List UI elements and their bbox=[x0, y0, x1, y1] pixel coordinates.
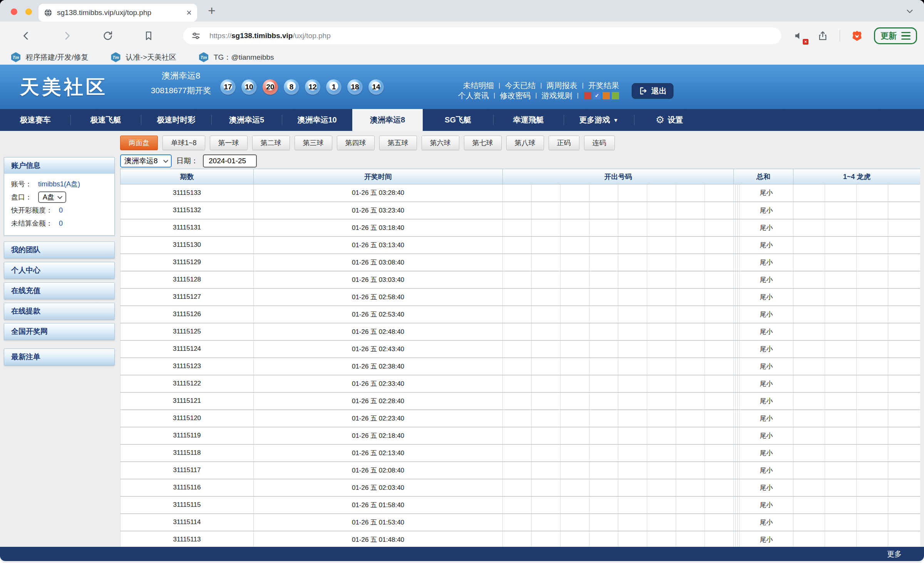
header-link-修改密码[interactable]: 修改密码 bbox=[500, 90, 531, 101]
subnav-tab-第三球[interactable]: 第三球 bbox=[295, 136, 332, 150]
issue-cell: 31115129 bbox=[121, 254, 254, 271]
number-cell bbox=[561, 184, 589, 202]
number-cell bbox=[532, 514, 561, 531]
number-cell bbox=[532, 306, 561, 323]
header-link-个人资讯[interactable]: 个人资讯 bbox=[458, 90, 489, 101]
subnav-tab-两面盘[interactable]: 两面盘 bbox=[120, 136, 158, 150]
subnav-tab-第四球[interactable]: 第四球 bbox=[337, 136, 375, 150]
number-cell bbox=[618, 462, 647, 479]
dragon-tiger-cell bbox=[857, 306, 888, 323]
number-cell bbox=[561, 531, 589, 548]
minimize-window-button[interactable] bbox=[25, 8, 32, 15]
game-select[interactable]: 澳洲幸运8 bbox=[120, 154, 172, 168]
browser-tab[interactable]: sg138.timibbs.vip/uxj/top.php × bbox=[38, 4, 197, 22]
sidebar: 账户信息 账号： timibbs1(A盘) 盘口： A盘 快开彩额 bbox=[4, 157, 115, 369]
sum-tail-cell: 尾小 bbox=[740, 444, 793, 462]
subnav-tab-第六球[interactable]: 第六球 bbox=[422, 136, 459, 150]
number-cell bbox=[561, 514, 589, 531]
bookmark-item-2[interactable]: Tm认准->天美社区 bbox=[111, 52, 176, 62]
url-bar[interactable]: https://sg138.timibbs.vip/uxj/top.php bbox=[183, 27, 781, 44]
header-link-两周报表[interactable]: 两周报表 bbox=[547, 80, 578, 91]
nav-tab-澳洲幸运5[interactable]: 澳洲幸运5 bbox=[211, 109, 282, 131]
nav-tab-幸運飛艇[interactable]: 幸運飛艇 bbox=[493, 109, 564, 131]
header-link-游戏规则[interactable]: 游戏规则 bbox=[542, 90, 572, 101]
dragon-tiger-cell bbox=[857, 410, 888, 427]
subnav-tab-第一球[interactable]: 第一球 bbox=[210, 136, 248, 150]
close-window-button[interactable] bbox=[11, 8, 17, 15]
brave-shields-icon[interactable] bbox=[850, 29, 864, 43]
subnav-tab-第五球[interactable]: 第五球 bbox=[379, 136, 417, 150]
nav-tab-极速时时彩[interactable]: 极速时时彩 bbox=[141, 109, 211, 131]
number-cell bbox=[647, 306, 676, 323]
nav-tab-更多游戏[interactable]: 更多游戏▼ bbox=[564, 109, 634, 131]
sum-tail-cell: 尾小 bbox=[740, 236, 793, 254]
number-cell bbox=[589, 202, 618, 219]
header-link-未结明细[interactable]: 未结明细 bbox=[463, 80, 494, 91]
number-cell bbox=[618, 479, 647, 496]
subnav-tab-连码[interactable]: 连码 bbox=[584, 136, 615, 150]
back-button[interactable] bbox=[19, 29, 33, 43]
sidebar-item-在线提款[interactable]: 在线提款 bbox=[4, 303, 115, 320]
new-tab-button[interactable]: + bbox=[208, 3, 216, 18]
bookmark-item-3[interactable]: TmTG：@tianmeibbs bbox=[199, 52, 274, 62]
tab-close-icon[interactable]: × bbox=[186, 8, 192, 17]
theme-color-swatch-3[interactable] bbox=[603, 92, 610, 99]
subnav-tab-单球1~8[interactable]: 单球1~8 bbox=[162, 136, 205, 150]
link-separator: | bbox=[494, 92, 495, 99]
plate-select-value: A盘 bbox=[43, 193, 54, 202]
lottery-ball-8: 8 bbox=[284, 79, 299, 95]
issue-cell: 31115127 bbox=[121, 288, 254, 306]
dragon-tiger-cell bbox=[793, 323, 825, 340]
reload-button[interactable] bbox=[101, 29, 115, 43]
sum-tail-cell: 尾小 bbox=[740, 184, 793, 202]
footer-more-link[interactable]: 更多 bbox=[887, 549, 902, 559]
sidebar-item-我的团队[interactable]: 我的团队 bbox=[4, 241, 115, 258]
lottery-ball-17: 17 bbox=[220, 79, 236, 95]
nav-tab-澳洲幸运10[interactable]: 澳洲幸运10 bbox=[282, 109, 352, 131]
number-cell bbox=[676, 271, 705, 288]
forward-button[interactable] bbox=[60, 29, 74, 43]
site-settings-icon[interactable] bbox=[191, 31, 201, 41]
header-link-开奖结果[interactable]: 开奖结果 bbox=[588, 80, 619, 91]
number-cell bbox=[618, 427, 647, 444]
sidebar-item-个人中心[interactable]: 个人中心 bbox=[4, 262, 115, 279]
sidebar-item-在线充值[interactable]: 在线充值 bbox=[4, 282, 115, 299]
theme-color-swatch-4[interactable] bbox=[612, 92, 619, 99]
dragon-tiger-cell bbox=[825, 288, 857, 306]
dragon-tiger-cell bbox=[825, 514, 857, 531]
dragon-tiger-cell bbox=[793, 444, 825, 462]
nav-tab-极速赛车[interactable]: 极速赛车 bbox=[0, 109, 70, 131]
sidebar-item-最新注单[interactable]: 最新注单 bbox=[4, 349, 115, 365]
browser-update-button[interactable]: 更新 bbox=[874, 27, 917, 44]
sidebar-item-全国开奖网[interactable]: 全国开奖网 bbox=[4, 323, 115, 340]
theme-color-swatch-2[interactable]: ✓ bbox=[593, 92, 601, 99]
dragon-tiger-cell bbox=[825, 392, 857, 410]
header-link-今天已结[interactable]: 今天已结 bbox=[505, 80, 536, 91]
subnav-tab-第七球[interactable]: 第七球 bbox=[464, 136, 502, 150]
date-input[interactable]: 2024-01-25 bbox=[203, 154, 257, 168]
number-cell bbox=[705, 531, 734, 548]
share-icon[interactable] bbox=[816, 29, 830, 43]
subnav-tab-第八球[interactable]: 第八球 bbox=[506, 136, 544, 150]
bookmark-icon[interactable] bbox=[142, 29, 156, 43]
bookmark-item-1[interactable]: Tm程序搭建/开发/修复 bbox=[11, 52, 89, 62]
account-row: 账号： timibbs1(A盘) bbox=[11, 178, 114, 191]
nav-tab-极速飞艇[interactable]: 极速飞艇 bbox=[70, 109, 141, 131]
number-cell bbox=[705, 392, 734, 410]
number-cell bbox=[676, 202, 705, 219]
tab-muted-icon[interactable]: × bbox=[792, 29, 806, 43]
quota-value: 0 bbox=[59, 206, 63, 214]
number-cell bbox=[618, 410, 647, 427]
plate-select[interactable]: A盘 bbox=[38, 191, 66, 203]
nav-tab-澳洲幸运8[interactable]: 澳洲幸运8 bbox=[352, 109, 423, 131]
dragon-tiger-cell bbox=[888, 236, 921, 254]
time-cell: 01-26 五 02:28:40 bbox=[254, 392, 503, 410]
logout-button[interactable]: 退出 bbox=[632, 83, 673, 99]
theme-color-swatch-1[interactable] bbox=[584, 92, 591, 99]
subnav-tab-第二球[interactable]: 第二球 bbox=[252, 136, 290, 150]
subnav-tab-正码[interactable]: 正码 bbox=[549, 136, 579, 150]
nav-tab-设置[interactable]: ⚙设置 bbox=[634, 109, 705, 131]
tab-search-chevron-icon[interactable] bbox=[905, 6, 915, 16]
number-cell bbox=[647, 323, 676, 340]
nav-tab-SG飞艇[interactable]: SG飞艇 bbox=[423, 109, 493, 131]
